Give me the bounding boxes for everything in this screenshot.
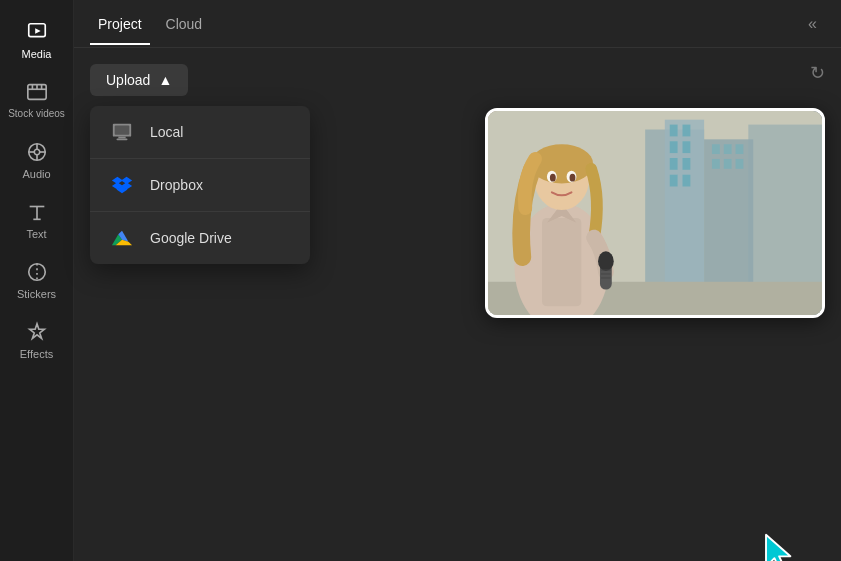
sidebar-label-text: Text bbox=[26, 228, 46, 240]
media-icon bbox=[25, 20, 49, 44]
svg-rect-41 bbox=[712, 159, 720, 169]
sidebar-item-effects[interactable]: Effects bbox=[0, 310, 73, 370]
sidebar: Media Stock videos Audio bbox=[0, 0, 74, 561]
local-label: Local bbox=[150, 124, 183, 140]
sidebar-label-stock-videos: Stock videos bbox=[8, 108, 65, 120]
stickers-icon bbox=[25, 260, 49, 284]
google-drive-label: Google Drive bbox=[150, 230, 232, 246]
svg-rect-39 bbox=[724, 144, 732, 154]
svg-rect-30 bbox=[670, 125, 678, 137]
svg-point-55 bbox=[598, 251, 614, 271]
svg-rect-32 bbox=[670, 141, 678, 153]
upload-button[interactable]: Upload ▲ bbox=[90, 64, 188, 96]
svg-rect-38 bbox=[712, 144, 720, 154]
dropdown-item-local[interactable]: Local bbox=[90, 106, 310, 159]
dropdown-item-google-drive[interactable]: Google Drive bbox=[90, 212, 310, 264]
preview-image bbox=[485, 108, 825, 318]
upload-dropdown: Local Dropbox bbox=[90, 106, 310, 264]
svg-rect-40 bbox=[736, 144, 744, 154]
dropbox-label: Dropbox bbox=[150, 177, 203, 193]
sidebar-label-audio: Audio bbox=[22, 168, 50, 180]
dropdown-item-dropbox[interactable]: Dropbox bbox=[90, 159, 310, 212]
svg-rect-43 bbox=[736, 159, 744, 169]
sidebar-label-stickers: Stickers bbox=[17, 288, 56, 300]
svg-rect-21 bbox=[117, 138, 128, 140]
svg-rect-34 bbox=[670, 158, 678, 170]
panel-content: ↻ Upload ▲ Local bbox=[74, 48, 841, 561]
svg-rect-36 bbox=[670, 175, 678, 187]
google-drive-icon bbox=[110, 226, 134, 250]
upload-chevron: ▲ bbox=[158, 72, 172, 88]
main-content: Project Cloud « ↻ Upload ▲ bbox=[74, 0, 841, 561]
svg-rect-42 bbox=[724, 159, 732, 169]
svg-rect-37 bbox=[683, 175, 691, 187]
effects-icon bbox=[25, 320, 49, 344]
sidebar-label-media: Media bbox=[22, 48, 52, 60]
sidebar-label-effects: Effects bbox=[20, 348, 53, 360]
sidebar-item-text[interactable]: Text bbox=[0, 190, 73, 250]
dropbox-icon bbox=[110, 173, 134, 197]
svg-point-8 bbox=[34, 149, 40, 155]
sidebar-item-audio[interactable]: Audio bbox=[0, 130, 73, 190]
audio-icon bbox=[25, 140, 49, 164]
tab-bar: Project Cloud « bbox=[74, 0, 841, 48]
svg-point-52 bbox=[550, 174, 556, 182]
tab-cloud[interactable]: Cloud bbox=[158, 4, 211, 44]
svg-rect-35 bbox=[683, 158, 691, 170]
text-icon bbox=[25, 200, 49, 224]
tab-project[interactable]: Project bbox=[90, 4, 150, 44]
svg-rect-57 bbox=[601, 273, 611, 275]
svg-rect-33 bbox=[683, 141, 691, 153]
svg-rect-58 bbox=[601, 277, 611, 279]
svg-rect-19 bbox=[115, 126, 130, 135]
stock-videos-icon bbox=[25, 80, 49, 104]
sidebar-item-stock-videos[interactable]: Stock videos bbox=[0, 70, 73, 130]
svg-rect-56 bbox=[601, 269, 611, 271]
svg-rect-31 bbox=[683, 125, 691, 137]
svg-point-53 bbox=[570, 174, 576, 182]
upload-label: Upload bbox=[106, 72, 150, 88]
refresh-button[interactable]: ↻ bbox=[810, 62, 825, 84]
local-icon bbox=[110, 120, 134, 144]
svg-rect-46 bbox=[542, 218, 581, 306]
sidebar-item-media[interactable]: Media bbox=[0, 10, 73, 70]
svg-marker-1 bbox=[35, 28, 41, 33]
sidebar-item-stickers[interactable]: Stickers bbox=[0, 250, 73, 310]
collapse-button[interactable]: « bbox=[800, 11, 825, 37]
svg-rect-20 bbox=[118, 137, 125, 139]
